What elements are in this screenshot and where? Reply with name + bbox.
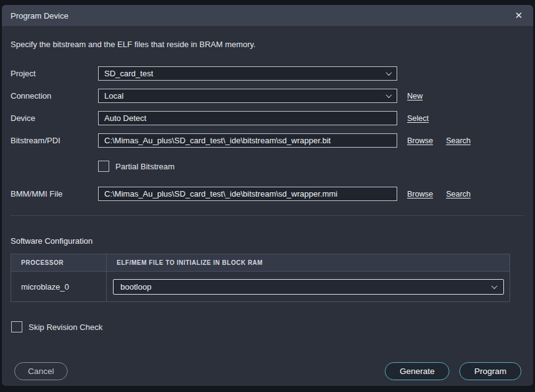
chevron-down-icon — [386, 69, 392, 76]
dialog-content: Specify the bitstream and the ELF files … — [2, 40, 533, 332]
processor-cell: microblaze_0 — [11, 272, 107, 301]
device-input[interactable]: Auto Detect — [98, 111, 397, 125]
software-configuration-table: PROCESSOR ELF/MEM FILE TO INITIALIZE IN … — [11, 254, 510, 302]
elf-file-select-value: bootloop — [120, 282, 151, 292]
table-row: microblaze_0 bootloop — [11, 272, 510, 301]
program-button[interactable]: Program — [459, 362, 521, 380]
bitstream-path-input[interactable]: C:\Mimas_Au_plus\SD_card_test\_ide\bitst… — [98, 133, 397, 148]
connection-select-value: Local — [104, 91, 124, 100]
project-select-value: SD_card_test — [104, 69, 153, 78]
skip-revision-check-row: Skip Revision Check — [11, 321, 524, 332]
table-header-row: PROCESSOR ELF/MEM FILE TO INITIALIZE IN … — [11, 254, 510, 272]
device-row: Device Auto Detect Select — [11, 111, 524, 125]
bitstream-search-link[interactable]: Search — [446, 136, 471, 145]
elf-file-column-header: ELF/MEM FILE TO INITIALIZE IN BLOCK RAM — [107, 254, 510, 271]
connection-select[interactable]: Local — [98, 89, 397, 103]
bitstream-path-value: C:\Mimas_Au_plus\SD_card_test\_ide\bitst… — [104, 136, 331, 145]
cancel-button[interactable]: Cancel — [14, 362, 68, 380]
project-label: Project — [11, 69, 98, 78]
chevron-down-icon — [492, 283, 498, 289]
project-row: Project SD_card_test — [11, 66, 524, 81]
elf-file-select[interactable]: bootloop — [113, 279, 504, 295]
bitstream-row: Bitstream/PDI C:\Mimas_Au_plus\SD_card_t… — [11, 133, 524, 148]
bmm-browse-link[interactable]: Browse — [407, 190, 433, 198]
dialog-subtitle: Specify the bitstream and the ELF files … — [11, 40, 524, 49]
dialog-title: Program Device — [11, 11, 68, 20]
partial-bitstream-label: Partial Bitstream — [115, 162, 174, 171]
bmm-path-value: C:\Mimas_Au_plus\SD_card_test\_ide\bitst… — [104, 189, 338, 198]
partial-bitstream-checkbox[interactable] — [98, 161, 109, 172]
close-icon[interactable]: ✕ — [515, 11, 523, 20]
bmm-path-input[interactable]: C:\Mimas_Au_plus\SD_card_test\_ide\bitst… — [98, 187, 397, 201]
device-label: Device — [11, 114, 98, 123]
generate-button[interactable]: Generate — [385, 362, 449, 380]
skip-revision-check-label: Skip Revision Check — [29, 323, 102, 332]
processor-column-header: PROCESSOR — [11, 254, 107, 271]
skip-revision-check-checkbox[interactable] — [11, 321, 22, 332]
new-connection-link[interactable]: New — [407, 92, 423, 100]
connection-row: Connection Local New — [11, 89, 524, 103]
project-select[interactable]: SD_card_test — [98, 66, 397, 81]
bmm-search-link[interactable]: Search — [446, 190, 471, 198]
program-device-dialog: Program Device ✕ Specify the bitstream a… — [2, 5, 533, 386]
device-input-value: Auto Detect — [104, 114, 146, 123]
dialog-footer: Cancel Generate Program — [2, 362, 533, 380]
bitstream-browse-link[interactable]: Browse — [407, 136, 433, 145]
select-device-link[interactable]: Select — [407, 114, 429, 123]
bmm-row: BMM/MMI File C:\Mimas_Au_plus\SD_card_te… — [11, 187, 524, 201]
connection-label: Connection — [11, 91, 98, 100]
partial-bitstream-row: Partial Bitstream — [11, 161, 524, 172]
elf-file-cell: bootloop — [107, 272, 510, 301]
software-configuration-title: Software Configuration — [11, 236, 524, 246]
bmm-label: BMM/MMI File — [11, 189, 98, 198]
program-form: Project SD_card_test Connection Local Ne… — [11, 66, 524, 201]
bitstream-label: Bitstream/PDI — [11, 136, 98, 145]
section-divider — [11, 215, 524, 216]
dialog-titlebar: Program Device ✕ — [2, 5, 533, 26]
chevron-down-icon — [386, 92, 392, 98]
